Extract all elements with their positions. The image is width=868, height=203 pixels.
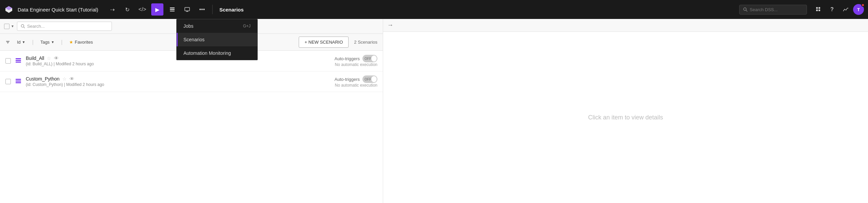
app-logo[interactable]: [4, 5, 14, 14]
svg-rect-9: [818, 7, 820, 9]
scenario-name-2: Custom_Python ☆ 👁: [26, 76, 331, 82]
detail-arrow-icon[interactable]: →: [387, 22, 393, 29]
svg-rect-18: [16, 60, 21, 61]
filter-divider-1: |: [32, 39, 34, 45]
project-title: Data Engineer Quick Start (Tutorial): [18, 7, 98, 13]
favorite-star-1[interactable]: ☆: [47, 55, 51, 61]
scenario-meta-2: (id: Custom_Python) | Modified 2 hours a…: [26, 82, 331, 87]
scenario-meta-1: (id: Build_ALL) | Modified 2 hours ago: [26, 62, 331, 66]
scenario-checkbox-2[interactable]: [5, 79, 11, 84]
svg-point-6: [744, 8, 746, 10]
empty-state-label: Click an item to view details: [383, 32, 868, 203]
user-avatar[interactable]: T: [853, 4, 864, 15]
run-dropdown-menu: Jobs G+J Scenarios Automation Monitoring: [176, 19, 258, 60]
scenario-list: Build_All ☆ 👁 (id: Build_ALL) | Modified…: [0, 51, 383, 203]
share-button[interactable]: ⇢: [106, 3, 119, 16]
nav-divider: [212, 5, 213, 14]
notification-badge: [861, 3, 865, 7]
detail-panel-header: →: [383, 19, 868, 32]
screen-button[interactable]: [181, 3, 193, 16]
deploy-button[interactable]: [166, 3, 178, 16]
svg-rect-8: [816, 7, 818, 9]
top-navigation: Data Engineer Quick Start (Tutorial) ⇢ ↻…: [0, 0, 868, 19]
apps-grid-button[interactable]: [812, 3, 825, 16]
auto-trigger-toggle-2[interactable]: OFF: [362, 75, 377, 83]
favorite-star-2[interactable]: ☆: [62, 76, 67, 82]
dropdown-item-automation-monitoring[interactable]: Automation Monitoring: [177, 46, 257, 60]
svg-rect-0: [170, 7, 175, 8]
no-exec-label-2: No automatic execution: [335, 83, 377, 88]
global-search[interactable]: [739, 5, 807, 15]
svg-rect-1: [170, 9, 175, 10]
tags-filter-arrow: ▼: [51, 40, 54, 44]
filter-tags-button[interactable]: Tags ▼: [39, 39, 56, 45]
dropdown-item-scenarios[interactable]: Scenarios: [177, 33, 257, 46]
filter-id-button[interactable]: Id ▼: [16, 39, 27, 45]
svg-rect-22: [16, 82, 21, 83]
svg-line-13: [23, 27, 25, 28]
main-layout: ▼ Id ▼ |: [0, 19, 868, 203]
scenario-search-input[interactable]: [27, 24, 102, 29]
svg-line-7: [746, 10, 747, 12]
id-filter-arrow: ▼: [22, 40, 25, 44]
new-scenario-button[interactable]: + NEW SCENARIO: [299, 37, 349, 48]
filter-favorites-button[interactable]: ★ Favorites: [68, 39, 94, 45]
nav-context-label: Scenarios: [219, 7, 244, 13]
table-row[interactable]: Custom_Python ☆ 👁 (id: Custom_Python) | …: [0, 71, 383, 92]
star-icon: ★: [69, 40, 73, 45]
svg-rect-17: [16, 58, 21, 59]
dropdown-item-jobs[interactable]: Jobs G+J: [177, 19, 257, 33]
scenario-info-2: Custom_Python ☆ 👁 (id: Custom_Python) | …: [26, 76, 331, 87]
stats-button[interactable]: [840, 3, 852, 16]
scenario-list-icon-1: [15, 57, 22, 65]
filter-divider-2: |: [61, 39, 62, 45]
scenario-actions-1: Auto-triggers OFF No automatic execution: [335, 55, 377, 67]
select-dropdown-arrow[interactable]: ▼: [11, 24, 14, 28]
auto-trigger-toggle-1[interactable]: OFF: [362, 55, 377, 62]
auto-triggers-label-2: Auto-triggers: [335, 77, 360, 82]
search-icon: [743, 7, 748, 12]
toggle-knob-2: [371, 76, 377, 82]
svg-rect-21: [16, 81, 21, 82]
watch-icon-1[interactable]: 👁: [54, 55, 59, 61]
scenario-search-box[interactable]: [17, 22, 112, 31]
scenario-checkbox-1[interactable]: [5, 58, 11, 64]
scenario-list-icon-2: [15, 77, 22, 86]
auto-triggers-label-1: Auto-triggers: [335, 56, 360, 61]
watch-icon-2[interactable]: 👁: [70, 76, 74, 82]
run-button[interactable]: ▶: [151, 3, 163, 16]
select-all-checkbox[interactable]: [4, 24, 9, 29]
sort-icon: [5, 40, 10, 45]
svg-rect-11: [818, 9, 820, 11]
scenarios-count: 2 Scenarios: [354, 40, 377, 45]
svg-rect-19: [16, 62, 21, 63]
more-button[interactable]: •••: [196, 3, 208, 16]
scenario-actions-2: Auto-triggers OFF No automatic execution: [335, 75, 377, 88]
search-icon: [21, 24, 25, 28]
help-button[interactable]: ?: [826, 3, 838, 16]
no-exec-label-1: No automatic execution: [335, 62, 377, 67]
svg-rect-2: [170, 11, 175, 12]
toggle-knob-1: [371, 55, 377, 62]
svg-point-12: [21, 25, 24, 27]
detail-panel: → Click an item to view details: [383, 19, 868, 203]
nav-right-icons: ? T: [812, 3, 864, 16]
svg-rect-10: [816, 9, 818, 11]
code-button[interactable]: </>: [136, 3, 149, 16]
refresh-button[interactable]: ↻: [121, 3, 134, 16]
select-all-area[interactable]: ▼: [4, 24, 14, 29]
svg-rect-3: [185, 7, 190, 11]
global-search-input[interactable]: [750, 7, 797, 12]
svg-rect-20: [16, 79, 21, 80]
